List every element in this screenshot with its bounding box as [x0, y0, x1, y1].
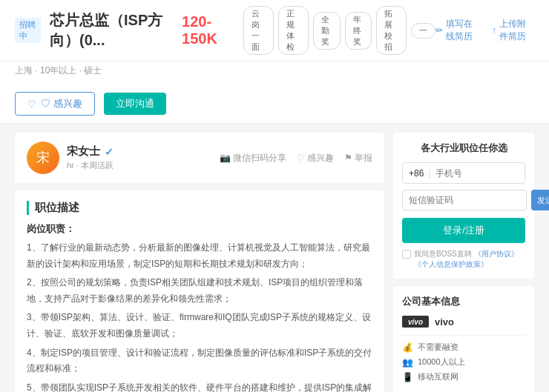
job-tag-4[interactable]: 拓展校招	[376, 6, 407, 55]
company-info-2: 📱 移动互联网	[402, 371, 525, 382]
flag-icon: ⚑	[344, 153, 352, 163]
chat-button[interactable]: 立即沟通	[104, 93, 166, 115]
job-title: 芯片总监（ISP方向）(0...	[50, 10, 167, 50]
privacy-policy-link: 《个人信息保护政策》	[414, 260, 488, 268]
agree-checkbox[interactable]	[402, 250, 411, 259]
heart-icon-sm: ♡	[297, 153, 305, 163]
phone-input[interactable]	[435, 168, 519, 179]
company-name: vivo	[435, 316, 454, 328]
company-logo: vivo	[402, 316, 429, 328]
profile-actions: 📷 微信扫码分享 ♡ 感兴趣 ⚑ 举报	[220, 152, 372, 165]
report-action[interactable]: ⚑ 举报	[344, 152, 372, 165]
resp-item-0: 1、了解行业的最新动态势，分析最新的图像处理、计算机视觉及人工智能算法，研究最新…	[27, 240, 372, 272]
profile-info: 宋女士 ✓ hr · 本周活跃	[67, 144, 212, 171]
company-card: 公司基本信息 vivo vivo 💰 不需要融资 👥 10000人以上 📱 移动…	[393, 286, 534, 392]
user-agreement-link[interactable]: 《用户协议》	[474, 250, 519, 258]
resp-item-3: 4、制定ISP的项目管理、设计和验证流程，制定图像质量的评估标准和ISP子系统的…	[27, 345, 372, 377]
job-status-badge: 招聘中	[15, 18, 41, 43]
upload-resume-button[interactable]: ↑ 上传附件简历	[492, 18, 534, 43]
job-desc-card: 职位描述 岗位职责： 1、了解行业的最新动态势，分析最新的图像处理、计算机视觉及…	[15, 190, 384, 392]
company-logo-row: vivo vivo	[402, 316, 525, 328]
job-location: 上海 · 10年以上 · 硕士	[15, 64, 102, 77]
profile-card: 宋 宋女士 ✓ hr · 本周活跃 📷 微信扫码分享 ♡ 感兴趣	[15, 133, 384, 183]
agree-text: 我同意BOSS直聘 《用户协议》 《个人信息保护政策》	[402, 249, 525, 270]
divider-line: |	[428, 167, 430, 179]
job-tag-0[interactable]: 云岗一面	[243, 6, 274, 55]
avatar: 宋	[27, 142, 59, 174]
divider	[402, 335, 525, 336]
edit-icon: ✏	[435, 25, 443, 36]
login-register-button[interactable]: 登录/注册	[402, 218, 525, 243]
sms-code-input[interactable]	[402, 190, 527, 210]
job-salary: 120-150K	[182, 13, 227, 47]
job-tag-3[interactable]: 年终奖	[345, 12, 372, 50]
recommend-title: 各大行业职位任你选	[402, 142, 525, 155]
code-input-row: 发送验证码	[402, 190, 525, 210]
responsibilities-list: 1、了解行业的最新动态势，分析最新的图像处理、计算机视觉及人工智能算法，研究最新…	[27, 240, 372, 392]
right-panel: 各大行业职位任你选 +86 | 发送验证码 登录/注册 我同意BOSS直聘 《用…	[393, 133, 534, 392]
section-title: 职位描述	[27, 201, 372, 215]
qr-icon: 📷	[220, 153, 231, 163]
fill-resume-button[interactable]: ✏ 填写在线简历	[435, 18, 480, 43]
interest-button[interactable]: ♡ ♡ 感兴趣	[15, 92, 95, 116]
share-action[interactable]: 📷 微信扫码分享	[220, 152, 286, 165]
interest-action[interactable]: ♡ 感兴趣	[297, 152, 334, 165]
job-tag-2[interactable]: 全勤奖	[313, 12, 340, 50]
verified-icon: ✓	[105, 146, 114, 158]
send-code-button[interactable]: 发送验证码	[531, 190, 549, 210]
main-content: 宋 宋女士 ✓ hr · 本周活跃 📷 微信扫码分享 ♡ 感兴趣	[0, 124, 549, 392]
resp-item-1: 2、按照公司的规划策略，负责ISP相关团队组建和技术规划、ISP项目的组织管理和…	[27, 275, 372, 307]
phone-input-wrapper: +86 |	[402, 162, 525, 184]
action-bar: ♡ ♡ 感兴趣 立即沟通	[0, 84, 549, 124]
company-info-1: 👥 10000人以上	[402, 356, 525, 368]
company-info-0: 💰 不需要融资	[402, 342, 525, 353]
profile-name: 宋女士 ✓	[67, 144, 212, 159]
top-bar: 招聘中 芯片总监（ISP方向）(0... 120-150K 云岗一面 正规体检 …	[0, 0, 549, 62]
finance-icon: 💰	[402, 342, 413, 353]
job-tags: 云岗一面 正规体检 全勤奖 年终奖 拓展校招 一	[243, 6, 435, 55]
heart-icon: ♡	[27, 99, 36, 110]
people-icon: 👥	[402, 357, 413, 368]
recommend-card: 各大行业职位任你选 +86 | 发送验证码 登录/注册 我同意BOSS直聘 《用…	[393, 133, 534, 279]
left-panel: 宋 宋女士 ✓ hr · 本周活跃 📷 微信扫码分享 ♡ 感兴趣	[15, 133, 384, 392]
upload-icon: ↑	[492, 25, 496, 36]
job-tag-5[interactable]: 一	[411, 23, 435, 39]
resp-item-2: 3、带领ISP架构、算法、设计、验证、firmware和IQ团队完成ISP子系统…	[27, 310, 372, 342]
job-subtitle: 上海 · 10年以上 · 硕士	[0, 62, 549, 84]
industry-icon: 📱	[402, 372, 413, 382]
responsibilities-title: 岗位职责：	[27, 222, 372, 236]
job-tag-1[interactable]: 正规体检	[278, 6, 309, 55]
top-bar-right: ✏ 填写在线简历 ↑ 上传附件简历	[435, 18, 534, 43]
resp-item-4: 5、带领团队实现ISP子系统开发相关的软件、硬件平台的搭建和维护，提供ISP的集…	[27, 380, 372, 392]
company-card-title: 公司基本信息	[402, 295, 525, 308]
profile-meta: hr · 本周活跃	[67, 160, 212, 171]
phone-prefix: +86	[409, 168, 424, 179]
